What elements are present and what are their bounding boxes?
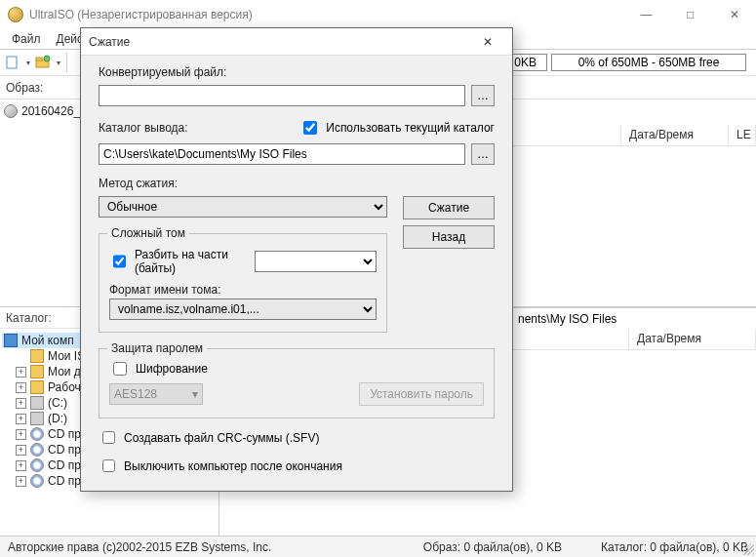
expand-icon[interactable]: +	[16, 382, 26, 393]
col-date[interactable]: Дата/Время	[621, 125, 729, 145]
shutdown-checkbox[interactable]: Выключить компьютер после окончания	[99, 457, 495, 475]
resize-grip[interactable]	[742, 543, 754, 555]
app-icon	[8, 7, 23, 22]
status-catalog: Каталог: 0 файла(ов), 0 KB	[601, 540, 748, 554]
cd-icon	[30, 443, 44, 457]
shutdown-input[interactable]	[102, 459, 115, 472]
catalog-label: Каталог:	[6, 311, 52, 325]
volume-format-label: Формат имени тома:	[109, 283, 377, 297]
folder-icon	[30, 349, 44, 363]
drive-icon	[30, 412, 44, 425]
path-text: nents\My ISO Files	[518, 312, 617, 326]
tree-label: (D:)	[48, 412, 67, 425]
disc-icon	[4, 104, 18, 118]
free-space-box: 0% of 650MB - 650MB free	[551, 54, 746, 71]
password-legend: Защита паролем	[107, 341, 207, 355]
dialog-titlebar: Сжатие ✕	[81, 28, 512, 56]
expand-icon[interactable]: +	[16, 367, 26, 378]
col-lba[interactable]: LE	[729, 125, 756, 145]
new-icon[interactable]	[4, 54, 21, 71]
set-password-button: Установить пароль	[359, 382, 484, 406]
drive-icon	[30, 396, 44, 410]
expand-icon[interactable]: +	[16, 445, 26, 456]
encryption-input[interactable]	[113, 362, 127, 376]
output-dir-label: Каталог вывода:	[99, 121, 188, 135]
cd-icon	[30, 427, 44, 441]
back-button[interactable]: Назад	[403, 225, 495, 249]
crc-input[interactable]	[102, 431, 115, 444]
shutdown-label: Выключить компьютер после окончания	[124, 459, 342, 473]
split-parts-checkbox[interactable]: Разбить на части (байты)	[109, 248, 245, 275]
split-size-select[interactable]	[255, 251, 377, 272]
split-parts-input[interactable]	[113, 255, 126, 268]
cd-icon	[30, 474, 44, 488]
crc-checkbox[interactable]: Создавать файл CRC-суммы (.SFV)	[99, 428, 495, 447]
method-label: Метод сжатия:	[99, 177, 495, 190]
complex-volume-group: Сложный том Разбить на части (байты) Фор…	[99, 233, 387, 333]
expand-icon[interactable]: +	[16, 414, 26, 424]
algorithm-select: AES128▾	[109, 383, 203, 405]
use-current-dir-checkbox[interactable]: Использовать текущий каталог	[299, 118, 495, 138]
encryption-label: Шифрование	[136, 362, 208, 376]
status-image: Образ: 0 файла(ов), 0 KB	[423, 540, 562, 554]
split-parts-label: Разбить на части (байты)	[135, 248, 245, 275]
folder-icon	[30, 365, 44, 378]
copyright-text: Авторские права (c)2002-2015 EZB Systems…	[8, 540, 271, 554]
dialog-close-button[interactable]: ✕	[471, 31, 504, 53]
password-group: Защита паролем Шифрование AES128▾ Устано…	[99, 348, 495, 418]
volume-format-select[interactable]: volname.isz,volname.i01,...	[109, 298, 377, 320]
window-title: UltraISO (Незарегистрированная версия)	[29, 8, 624, 21]
expand-icon[interactable]: +	[16, 460, 26, 471]
convert-file-input[interactable]	[99, 85, 465, 106]
dialog-title: Сжатие	[89, 35, 471, 49]
menu-file[interactable]: Файл	[6, 30, 47, 48]
tree-label: (C:)	[48, 396, 67, 410]
cd-icon	[30, 458, 44, 472]
method-select[interactable]: Обычное	[99, 196, 387, 218]
svg-point-3	[44, 56, 50, 61]
svg-rect-0	[7, 57, 17, 68]
complex-volume-legend: Сложный том	[107, 226, 189, 240]
output-dir-input[interactable]	[99, 143, 465, 165]
svg-rect-2	[36, 58, 42, 60]
image-label: Образ:	[6, 81, 43, 95]
open-icon[interactable]	[34, 54, 52, 71]
convert-file-label: Конвертируемый файл:	[99, 65, 495, 79]
tree-label: Мой комп	[21, 334, 74, 347]
expand-icon[interactable]: +	[16, 398, 26, 409]
browse-output-dir-button[interactable]: …	[471, 143, 495, 165]
expand-icon[interactable]: +	[16, 429, 26, 440]
crc-label: Создавать файл CRC-суммы (.SFV)	[124, 431, 319, 445]
browse-convert-file-button[interactable]: …	[471, 85, 495, 106]
compression-dialog: Сжатие ✕ Конвертируемый файл: … Каталог …	[80, 27, 513, 492]
maximize-button[interactable]: □	[668, 0, 712, 29]
use-current-dir-input[interactable]	[303, 121, 317, 135]
folder-icon	[30, 380, 44, 394]
window-titlebar: UltraISO (Незарегистрированная версия) —…	[0, 0, 756, 29]
compress-button[interactable]: Сжатие	[403, 196, 495, 219]
close-button[interactable]: ✕	[712, 0, 756, 29]
encryption-checkbox[interactable]: Шифрование	[109, 359, 484, 378]
minimize-button[interactable]: —	[624, 0, 668, 29]
col-date[interactable]: Дата/Время	[629, 329, 756, 349]
use-current-dir-label: Использовать текущий каталог	[326, 121, 495, 135]
status-bar: Авторские права (c)2002-2015 EZB Systems…	[0, 536, 756, 557]
expand-icon[interactable]: +	[16, 476, 26, 487]
computer-icon	[4, 334, 18, 347]
